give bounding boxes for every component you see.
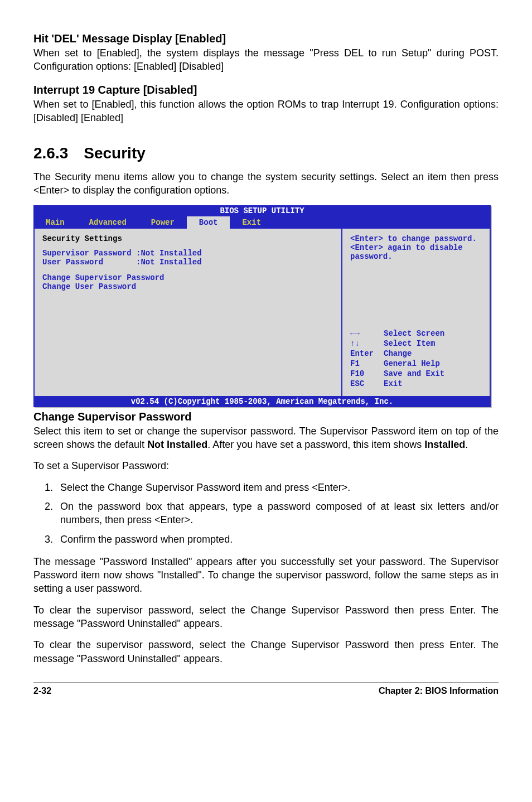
bios-change-user-password: Change User Password: [42, 282, 333, 291]
bios-help-line-1: <Enter> to change password.: [350, 234, 484, 243]
bios-setup-screenshot: BIOS SETUP UTILITY Main Advanced Power B…: [33, 205, 491, 407]
bios-footer: v02.54 (C)Copyright 1985-2003, American …: [33, 396, 491, 407]
page-number: 2-32: [33, 686, 51, 696]
bios-title: BIOS SETUP UTILITY: [33, 205, 491, 216]
hit-del-body: When set to [Enabled], the system displa…: [33, 46, 499, 74]
list-item: On the password box that appears, type a…: [56, 500, 499, 527]
chapter-label: Chapter 2: BIOS Information: [379, 686, 499, 696]
bios-nav-row: EnterChange: [350, 349, 484, 358]
list-item: Select the Change Supervisor Password it…: [56, 481, 499, 494]
bios-tab-bar: Main Advanced Power Boot Exit: [33, 216, 491, 229]
bios-nav-row: ←→Select Screen: [350, 329, 484, 338]
bios-security-settings-heading: Security Settings: [42, 234, 333, 243]
bios-supervisor-password-row: Supervisor Password :Not Installed: [42, 249, 333, 258]
change-supervisor-password-body: Select this item to set or change the su…: [33, 424, 499, 452]
hit-del-heading: Hit 'DEL' Message Display [Enabled]: [33, 32, 499, 45]
change-supervisor-password-heading: Change Supervisor Password: [33, 410, 499, 423]
bios-tab-main: Main: [33, 216, 77, 229]
bios-tab-boot: Boot: [187, 216, 230, 229]
bios-tab-exit: Exit: [230, 216, 273, 229]
set-supervisor-steps: Select the Change Supervisor Password it…: [33, 481, 499, 546]
security-section-heading: 2.6.3 Security: [33, 144, 499, 162]
bios-left-panel: Security Settings Supervisor Password :N…: [35, 229, 341, 396]
int19-heading: Interrupt 19 Capture [Disabled]: [33, 84, 499, 96]
security-intro: The Security menu items allow you to cha…: [33, 170, 499, 197]
int19-body: When set to [Enabled], this function all…: [33, 98, 499, 125]
bios-change-supervisor-password: Change Supervisor Password: [42, 273, 333, 282]
clear-paragraph-2: To clear the supervisor password, select…: [33, 638, 499, 665]
bios-nav-row: F1General Help: [350, 359, 484, 368]
set-supervisor-password-leadin: To set a Supervisor Password:: [33, 459, 499, 472]
bios-user-password-row: User Password :Not Installed: [42, 258, 333, 267]
after-set-paragraph: The message "Password Installed" appears…: [33, 555, 499, 596]
page-footer: 2-32 Chapter 2: BIOS Information: [33, 682, 499, 696]
bios-help-line-2: <Enter> again to disable password.: [350, 243, 484, 261]
bios-right-panel: <Enter> to change password. <Enter> agai…: [341, 229, 490, 396]
clear-paragraph-1: To clear the supervisor password, select…: [33, 603, 499, 631]
bios-nav-row: ↑↓Select Item: [350, 339, 484, 348]
bios-tab-power: Power: [139, 216, 187, 229]
bios-nav-row: ESCExit: [350, 379, 484, 388]
bios-nav-row: F10Save and Exit: [350, 369, 484, 378]
bios-tab-advanced: Advanced: [77, 216, 139, 229]
list-item: Confirm the password when prompted.: [56, 533, 499, 546]
